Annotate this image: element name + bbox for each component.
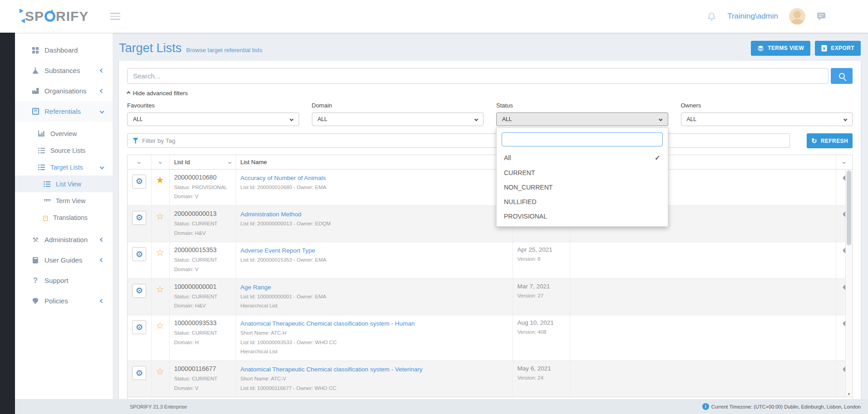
- logged-in-user[interactable]: Training\admin: [727, 12, 778, 21]
- column-menu-chevron[interactable]: [228, 161, 231, 163]
- chart-icon: [38, 131, 44, 136]
- search-input[interactable]: [127, 68, 829, 84]
- column-menu-chevron[interactable]: [159, 161, 162, 163]
- status-option-provisional[interactable]: PROVISIONAL: [497, 209, 668, 224]
- export-button[interactable]: EXPORT: [815, 41, 861, 56]
- list-name-link[interactable]: Anatomical Therapeutic Chemical classifi…: [241, 366, 423, 373]
- dashboard-icon: [32, 47, 39, 54]
- row-actions-button[interactable]: [132, 175, 146, 189]
- sidebar-item-term-view[interactable]: Term View: [15, 192, 113, 209]
- sidebar-item-user-guides[interactable]: User Guides: [15, 250, 113, 270]
- favourite-star-icon[interactable]: [156, 321, 164, 330]
- avatar[interactable]: [789, 8, 805, 24]
- owners-select[interactable]: ALL: [681, 112, 853, 126]
- gear-icon: [136, 287, 143, 295]
- row-status: Status: CURRENT: [174, 292, 231, 302]
- sidebar-item-source-lists[interactable]: Source Lists: [15, 142, 113, 159]
- notifications-button[interactable]: [707, 11, 716, 22]
- sidebar-item-overview[interactable]: Overview: [15, 125, 113, 142]
- filter-owners: Owners ALL: [681, 102, 853, 126]
- row-date: Apr 25, 2021: [518, 246, 565, 253]
- sidebar-item-dashboard[interactable]: Dashboard: [15, 40, 113, 60]
- status-option-current[interactable]: CURRENT: [497, 166, 668, 180]
- sidebar-item-referentials[interactable]: Referentials: [15, 101, 113, 122]
- sidebar-item-translations[interactable]: A* Translations: [15, 209, 113, 226]
- sidebar-item-target-lists[interactable]: Target Lists: [15, 159, 113, 175]
- row-hierarchical: Hierarchical List: [241, 301, 508, 311]
- chevron-down-icon: [99, 109, 104, 113]
- menu-toggle-icon[interactable]: [110, 11, 120, 22]
- filter-label: Status: [496, 102, 668, 109]
- row-status: Status: CURRENT: [174, 374, 231, 384]
- row-short-name: Short Name: ATC-H: [241, 328, 508, 338]
- terms-view-button[interactable]: TERMS VIEW: [751, 41, 810, 56]
- scrollbar-thumb[interactable]: [847, 170, 851, 245]
- sidebar-item-substances[interactable]: Substances: [15, 60, 113, 81]
- list-name-link[interactable]: Administration Method: [241, 211, 301, 218]
- sidebar-item-label: Translations: [53, 214, 88, 221]
- row-details: List Id: 200000000013 - Owner: EDQM: [241, 219, 508, 229]
- row-details: List Id: 200000015353 - Owner: EMA: [241, 255, 508, 265]
- row-actions-button[interactable]: [132, 211, 146, 225]
- list-name-link[interactable]: Anatomical Therapeutic Chemical classifi…: [241, 320, 415, 327]
- sidebar-item-policies[interactable]: Policies: [15, 291, 113, 311]
- sidebar-item-support[interactable]: Support: [15, 270, 113, 291]
- favourite-star-icon[interactable]: [156, 212, 164, 221]
- row-domain: Domain: V: [174, 192, 231, 201]
- row-details: List Id: 100000000001 - Owner: EMA: [241, 292, 508, 302]
- search-button[interactable]: [831, 68, 853, 84]
- row-actions-button[interactable]: [132, 320, 146, 334]
- scrollbar-down-arrow[interactable]: ▼: [846, 392, 852, 396]
- domain-select[interactable]: ALL: [312, 112, 484, 126]
- list-name-link[interactable]: Age Range: [241, 284, 271, 291]
- info-icon: i: [702, 403, 709, 410]
- brand-logo[interactable]: SPRIFY: [25, 9, 89, 24]
- status-option-all[interactable]: All: [497, 150, 668, 166]
- flask-icon: [33, 68, 39, 74]
- sidebar-item-administration[interactable]: Administration: [15, 229, 113, 250]
- referentials-icon: [32, 108, 39, 115]
- top-header: SPRIFY Training\admin: [0, 0, 868, 33]
- advanced-filters-toggle[interactable]: Hide advanced filters: [127, 90, 188, 97]
- status-option-non-current[interactable]: NON_CURRENT: [497, 180, 668, 195]
- chevron-left-icon: [99, 68, 104, 73]
- table-scrollbar[interactable]: ▼: [845, 170, 852, 397]
- sidebar-item-label: Source Lists: [50, 147, 85, 154]
- filter-label: Domain: [312, 102, 484, 109]
- favourite-star-icon[interactable]: [156, 367, 164, 376]
- list-name-link[interactable]: Accuracy of Number of Animals: [241, 175, 326, 181]
- sidebar-item-list-view[interactable]: List View: [15, 175, 113, 192]
- header-right: Training\admin: [707, 8, 868, 24]
- column-header-list-name[interactable]: List Name: [241, 159, 267, 166]
- favourite-star-icon[interactable]: [156, 175, 164, 185]
- feedback-button[interactable]: [816, 12, 826, 21]
- list-id: 200000010680: [174, 174, 231, 181]
- row-domain: Domain: H&V: [174, 229, 231, 238]
- row-domain: Domain: V: [174, 265, 231, 274]
- column-header-list-id[interactable]: List Id: [174, 159, 190, 166]
- row-actions-button[interactable]: [132, 366, 146, 380]
- gear-icon: [136, 250, 143, 258]
- row-actions-button[interactable]: [132, 284, 146, 298]
- sidebar-item-organisations[interactable]: Organisations: [15, 81, 113, 101]
- favourites-select[interactable]: ALL: [127, 112, 299, 126]
- column-menu-chevron[interactable]: [843, 161, 845, 163]
- row-actions-button[interactable]: [132, 247, 146, 261]
- filters-row: Favourites ALL Domain ALL Status: [127, 102, 853, 126]
- status-select[interactable]: ALL: [496, 112, 668, 126]
- chevron-left-icon: [99, 88, 104, 93]
- list-name-link[interactable]: Adverse Event Report Type: [241, 247, 316, 254]
- column-menu-chevron[interactable]: [138, 161, 141, 163]
- row-domain: Domain: H&V: [174, 301, 231, 311]
- refresh-button[interactable]: REFRESH: [807, 133, 853, 148]
- favourite-star-icon[interactable]: [156, 248, 164, 257]
- tag-filter-input[interactable]: Filter by Tag: [127, 133, 790, 148]
- favourite-star-icon[interactable]: [156, 285, 164, 294]
- status-dropdown: All CURRENT NON_CURRENT NULLIFIED: [496, 127, 668, 227]
- brand-text-suffix: RIFY: [56, 9, 89, 24]
- page-header: Target Lists Browse target referential l…: [119, 38, 861, 58]
- chevron-down-icon: [99, 165, 104, 169]
- row-status: Status: CURRENT: [174, 328, 231, 338]
- status-dropdown-search-input[interactable]: [502, 132, 663, 146]
- status-option-nullified[interactable]: NULLIFIED: [497, 195, 668, 209]
